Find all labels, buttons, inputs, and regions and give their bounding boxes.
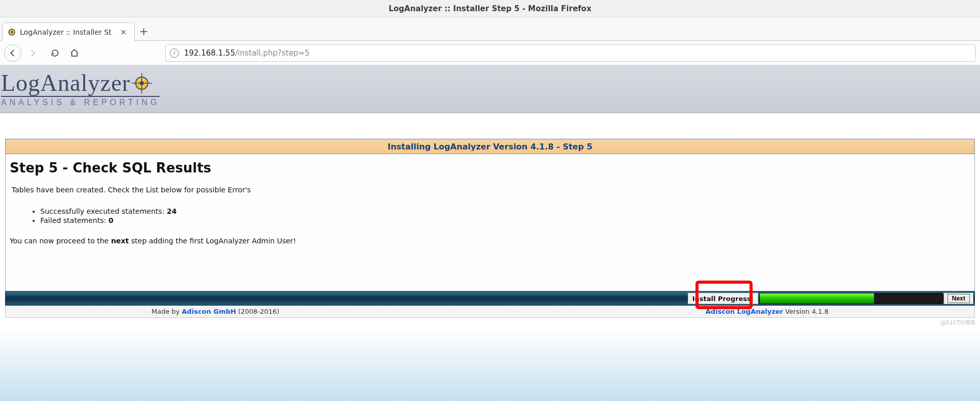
result-success: Successfully executed statements: 24 [40,207,970,215]
step-title: Step 5 - Check SQL Results [10,160,970,176]
footer-version: Version 4.1.8 [785,308,829,315]
tab-label: LogAnalyzer :: Installer St [20,28,118,36]
proceed-post: step adding the first LogAnalyzer Admin … [129,237,296,245]
footer: Made by Adiscon GmbH (2008-2016) Adiscon… [5,306,975,318]
logo-bar: LogAnalyzer ANALYSIS & REPORTING [0,65,980,113]
window-titlebar: LogAnalyzer :: Installer Step 5 - Mozill… [0,0,980,17]
url-path: /install.php?step=5 [235,48,310,58]
footer-adiscon-link[interactable]: Adiscon GmbH [182,308,236,315]
home-button[interactable] [65,44,84,62]
proceed-text: You can now proceed to the next step add… [10,237,970,245]
browser-tab[interactable]: LogAnalyzer :: Installer St × [2,22,135,41]
bottom-gradient [0,330,980,401]
reload-button[interactable] [46,44,64,62]
result-failed: Failed statements: 0 [40,216,970,224]
step-panel: Step 5 - Check SQL Results Tables have b… [5,154,975,291]
logo-main-text: LogAnalyzer [1,71,131,95]
next-cell: Next [944,293,973,304]
tab-strip: LogAnalyzer :: Installer St × + [0,17,980,41]
tab-favicon-icon [8,28,16,36]
window-title: LogAnalyzer :: Installer Step 5 - Mozill… [389,4,591,13]
footer-madeby-pre: Made by [151,308,180,315]
results-list: Successfully executed statements: 24 Fai… [40,207,970,224]
proceed-bold: next [111,237,129,245]
forward-button [23,44,42,62]
step-description: Tables have been created. Check the List… [12,186,970,194]
failed-count: 0 [109,216,114,224]
svg-point-1 [11,31,13,33]
failed-label: Failed statements: [40,216,106,224]
footer-product-link[interactable]: Adiscon LogAnalyzer [706,308,783,315]
target-icon [132,73,152,93]
site-info-icon[interactable]: i [170,48,179,58]
progress-track [759,293,943,304]
success-label: Successfully executed statements: [40,207,165,215]
proceed-pre: You can now proceed to the [10,237,111,245]
footer-years: (2008-2016) [238,308,279,315]
logo-sub: ANALYSIS & REPORTING [1,98,160,107]
progress-label-text: Install Progress: [692,295,754,303]
install-header: Installing LogAnalyzer Version 4.1.8 - S… [5,139,975,154]
next-button[interactable]: Next [947,294,970,303]
install-header-text: Installing LogAnalyzer Version 4.1.8 - S… [388,142,592,152]
progress-fill [760,293,874,304]
nav-toolbar: i 192.168.1.55/install.php?step=5 [0,41,980,65]
new-tab-button[interactable]: + [135,22,153,40]
watermark: @51CTO博客 [940,319,976,327]
success-count: 24 [167,207,176,215]
url-host: 192.168.1.55 [184,48,235,58]
logo-main: LogAnalyzer [1,71,160,97]
progress-label: Install Progress: [688,293,758,304]
url-bar[interactable]: i 192.168.1.55/install.php?step=5 [165,44,976,62]
page-content: LogAnalyzer ANALYSIS & REPORTING Install… [0,65,980,318]
tab-close-icon[interactable]: × [118,27,129,37]
progress-row: Install Progress: Next [5,291,975,306]
back-button[interactable] [4,44,21,62]
